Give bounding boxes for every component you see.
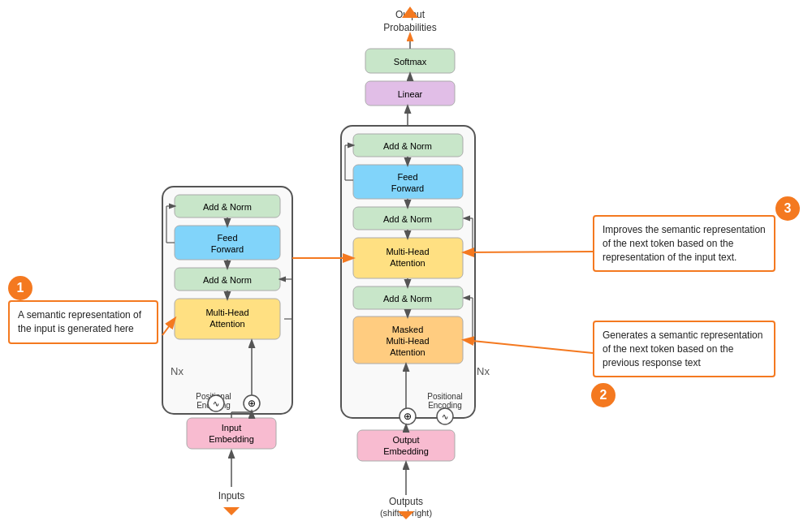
svg-text:Feed: Feed [217,233,237,243]
svg-text:Outputs: Outputs [389,496,423,507]
svg-text:Multi-Head: Multi-Head [205,308,248,317]
svg-text:Embedding: Embedding [209,434,254,444]
svg-text:Multi-Head: Multi-Head [386,336,429,346]
svg-text:Probabilities: Probabilities [383,22,436,33]
svg-text:Softmax: Softmax [394,57,427,67]
svg-rect-39 [353,165,463,199]
svg-text:Add & Norm: Add & Norm [383,214,432,224]
svg-rect-3 [175,226,280,260]
annotation-1-text: A semantic representation of the input i… [18,309,141,334]
svg-line-94 [464,340,593,353]
svg-text:Positional: Positional [427,392,462,401]
svg-text:Add & Norm: Add & Norm [203,275,252,285]
svg-text:Add & Norm: Add & Norm [383,141,432,151]
svg-text:⊕: ⊕ [248,398,256,409]
svg-text:Forward: Forward [211,244,244,254]
annotation-1-box: A semantic representation of the input i… [8,300,158,344]
svg-text:Add & Norm: Add & Norm [383,294,432,304]
annotation-3-box: Improves the semantic representation of … [593,215,775,272]
svg-line-95 [464,252,593,252]
transformer-diagram: Add & Norm Feed Forward Add & Norm Multi… [0,0,812,521]
svg-text:Output: Output [392,435,419,445]
annotation-2-number: 2 [591,383,615,407]
svg-text:Feed: Feed [397,172,417,182]
annotation-2-box: Generates a semantic representation of t… [593,321,775,377]
svg-text:Nx: Nx [477,365,490,377]
svg-marker-96 [223,507,240,515]
annotation-1-number: 1 [8,276,32,300]
annotation-2-text: Generates a semantic representation of t… [603,329,762,368]
svg-text:Embedding: Embedding [383,446,429,456]
svg-text:Attention: Attention [390,347,425,357]
svg-text:Input: Input [222,423,241,433]
svg-text:∿: ∿ [213,399,219,408]
svg-text:Attention: Attention [209,319,244,329]
svg-text:Forward: Forward [391,183,424,193]
svg-text:Linear: Linear [398,89,423,99]
annotation-3-number: 3 [775,196,800,221]
svg-text:Attention: Attention [390,258,425,268]
annotation-3-text: Improves the semantic representation of … [603,224,766,263]
svg-text:Add & Norm: Add & Norm [203,202,252,212]
svg-text:Masked: Masked [392,325,424,334]
svg-text:Multi-Head: Multi-Head [386,247,429,256]
svg-text:⊕: ⊕ [404,411,412,422]
svg-text:Inputs: Inputs [218,490,245,502]
svg-text:Nx: Nx [171,365,184,377]
svg-text:∿: ∿ [442,412,448,421]
